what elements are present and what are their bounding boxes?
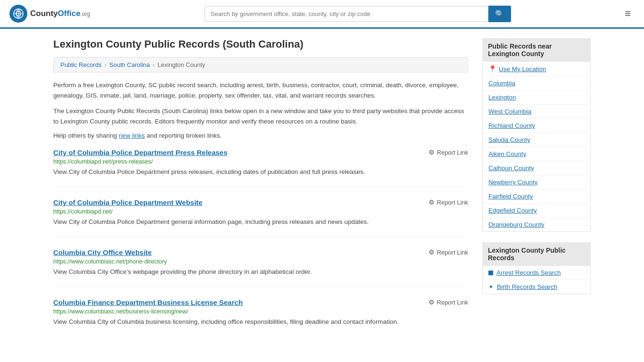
records-section-title: Lexington County Public Records: [482, 242, 591, 266]
menu-button[interactable]: ≡: [621, 6, 635, 22]
record-link-0[interactable]: Arrest Records Search: [496, 269, 561, 276]
report-link-label-1: Report Link: [437, 199, 468, 206]
nearby-link-0[interactable]: Columbia: [488, 80, 515, 87]
result-title-2[interactable]: Columbia City Office Website: [53, 248, 152, 256]
breadcrumb-sep-1: ›: [104, 61, 106, 68]
nearby-list-item-6: Calhoun County: [483, 161, 590, 175]
report-link-label-2: Report Link: [437, 249, 468, 256]
breadcrumb-sep-2: ›: [153, 61, 155, 68]
report-icon-1: ⚙: [429, 198, 435, 206]
result-item-2: Columbia City Office Website ⚙ Report Li…: [53, 248, 468, 287]
report-link-btn-3[interactable]: ⚙ Report Link: [429, 298, 468, 306]
use-my-location-link[interactable]: Use My Location: [499, 66, 546, 73]
result-url-0[interactable]: https://columbiapd.net/press-releases/: [53, 158, 468, 165]
use-my-location-item[interactable]: 📍 Use My Location: [483, 62, 590, 76]
header: CountyOffice.org 🔍 ≡: [0, 0, 644, 29]
result-title-3[interactable]: Columbia Finance Department Business Lic…: [53, 298, 243, 306]
logo-text-area: CountyOffice.org: [30, 9, 90, 18]
description-1: Perform a free Lexington County, SC publ…: [53, 80, 468, 100]
records-list-item-0: Arrest Records Search: [483, 266, 590, 280]
nearby-list-item-3: Richland County: [483, 119, 590, 133]
nearby-list-item-2: West Columbia: [483, 105, 590, 119]
search-area: 🔍: [205, 6, 511, 22]
result-url-2[interactable]: https://www.columbiasc.net/phone-directo…: [53, 258, 468, 265]
nearby-link-1[interactable]: Lexington: [488, 94, 516, 101]
result-item-1: City of Columbia Police Department Websi…: [53, 198, 468, 237]
breadcrumb-public-records[interactable]: Public Records: [60, 61, 101, 68]
results-container: City of Columbia Police Department Press…: [53, 148, 468, 337]
search-input[interactable]: [205, 7, 488, 21]
records-section: Lexington County Public Records Arrest R…: [482, 242, 591, 294]
result-url-1[interactable]: https://columbiapd.net/: [53, 208, 468, 215]
main-container: Lexington County Public Records (South C…: [39, 29, 605, 357]
nearby-link-6[interactable]: Calhoun County: [488, 165, 534, 172]
logo-icon: [9, 5, 27, 23]
result-desc-3: View Columbia City of Columbia business …: [53, 317, 468, 327]
logo-area: CountyOffice.org: [9, 5, 94, 23]
result-desc-2: View Columbia City Office's webpage prov…: [53, 267, 468, 277]
nearby-link-10[interactable]: Orangeburg County: [488, 221, 545, 228]
description-2: The Lexington County Public Records (Sou…: [53, 106, 468, 126]
search-icon: 🔍: [495, 10, 504, 18]
help-text-post: and reporting broken links.: [145, 132, 222, 139]
help-text-pre: Help others by sharing: [53, 132, 119, 139]
result-desc-0: View City of Columbia Police Department …: [53, 167, 468, 177]
sidebar: Public Records near Lexington County 📍 U…: [482, 38, 591, 348]
nearby-list-item-10: Orangeburg County: [483, 218, 590, 231]
report-icon-3: ⚙: [429, 298, 435, 306]
location-icon: 📍: [488, 65, 496, 73]
result-item-0: City of Columbia Police Department Press…: [53, 148, 468, 187]
result-title-0[interactable]: City of Columbia Police Department Press…: [53, 148, 227, 156]
breadcrumb: Public Records › South Carolina › Lexing…: [53, 57, 468, 73]
result-header-0: City of Columbia Police Department Press…: [53, 148, 468, 156]
nearby-list-item-8: Fairfield County: [483, 189, 590, 204]
search-input-wrap: [205, 6, 488, 22]
report-link-btn-0[interactable]: ⚙ Report Link: [429, 148, 468, 156]
breadcrumb-current: Lexington County: [157, 61, 205, 68]
nearby-section: Public Records near Lexington County 📍 U…: [482, 38, 591, 232]
nearby-link-3[interactable]: Richland County: [488, 122, 535, 129]
result-title-1[interactable]: City of Columbia Police Department Websi…: [53, 198, 202, 206]
result-header-1: City of Columbia Police Department Websi…: [53, 198, 468, 206]
records-list: Arrest Records Search✦Birth Records Sear…: [482, 266, 591, 294]
nearby-list-item-7: Newberry County: [483, 175, 590, 189]
nearby-link-9[interactable]: Edgefield County: [488, 207, 537, 214]
result-desc-1: View City of Columbia Police Department …: [53, 217, 468, 227]
nearby-link-4[interactable]: Saluda County: [488, 136, 530, 143]
nearby-list-item-1: Lexington: [483, 90, 590, 105]
search-button[interactable]: 🔍: [488, 6, 511, 22]
nearby-link-2[interactable]: West Columbia: [488, 108, 531, 115]
record-star-icon-1: ✦: [488, 283, 494, 290]
page-title: Lexington County Public Records (South C…: [53, 38, 468, 50]
nearby-list: 📍 Use My Location ColumbiaLexingtonWest …: [482, 62, 591, 232]
breadcrumb-south-carolina[interactable]: South Carolina: [109, 61, 150, 68]
nearby-link-7[interactable]: Newberry County: [488, 179, 537, 186]
report-icon-0: ⚙: [429, 148, 435, 156]
report-link-btn-1[interactable]: ⚙ Report Link: [429, 198, 468, 206]
result-item-3: Columbia Finance Department Business Lic…: [53, 298, 468, 337]
record-link-1[interactable]: Birth Records Search: [497, 283, 557, 290]
content-area: Lexington County Public Records (South C…: [53, 38, 468, 348]
nearby-link-8[interactable]: Fairfield County: [488, 193, 533, 200]
report-icon-2: ⚙: [429, 248, 435, 256]
nearby-list-item-5: Aiken County: [483, 147, 590, 161]
nearby-list-item-4: Saluda County: [483, 133, 590, 147]
result-url-3[interactable]: https://www.columbiasc.net/business-lice…: [53, 308, 468, 315]
nearby-section-title: Public Records near Lexington County: [482, 38, 591, 62]
nearby-list-item-0: Columbia: [483, 76, 590, 90]
hamburger-icon: ≡: [625, 8, 631, 19]
result-header-2: Columbia City Office Website ⚙ Report Li…: [53, 248, 468, 256]
nearby-link-5[interactable]: Aiken County: [488, 150, 526, 157]
records-list-item-1: ✦Birth Records Search: [483, 280, 590, 294]
result-header-3: Columbia Finance Department Business Lic…: [53, 298, 468, 306]
nearby-list-item-9: Edgefield County: [483, 204, 590, 218]
logo-name: CountyOffice.org: [30, 9, 90, 18]
record-sq-icon-0: [488, 271, 493, 275]
new-links-link[interactable]: new links: [119, 132, 145, 139]
report-link-label-3: Report Link: [437, 299, 468, 306]
report-link-btn-2[interactable]: ⚙ Report Link: [429, 248, 468, 256]
report-link-label-0: Report Link: [437, 149, 468, 156]
help-text: Help others by sharing new links and rep…: [53, 132, 468, 139]
